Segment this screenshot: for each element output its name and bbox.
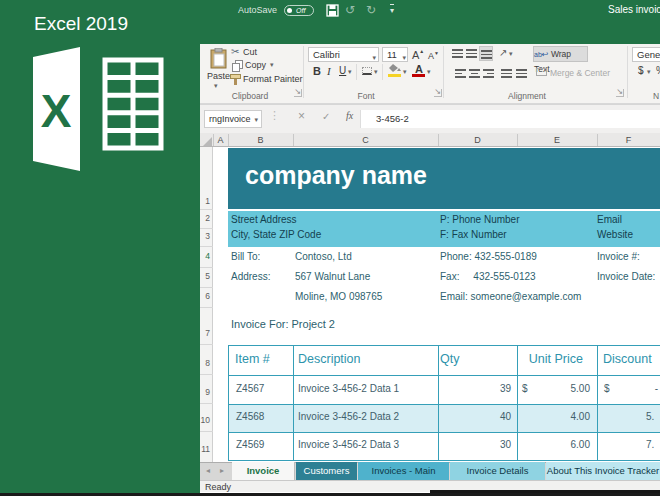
invoice-number-label[interactable]: Invoice #:: [597, 251, 640, 262]
redo-icon[interactable]: ↻: [366, 3, 376, 17]
save-icon[interactable]: [326, 4, 339, 17]
tab-nav-right-icon[interactable]: ▸: [220, 466, 224, 475]
copy-dropdown-icon[interactable]: ▾: [270, 61, 274, 69]
bold-button[interactable]: B: [313, 65, 321, 77]
table-header-unit-price[interactable]: Unit Price: [517, 352, 583, 366]
table-header-qty[interactable]: Qty: [440, 352, 459, 366]
merge-center-button[interactable]: Merge & Center: [550, 68, 610, 78]
table-header-item[interactable]: Item #: [235, 352, 270, 366]
number-format-select[interactable]: General: [632, 47, 660, 62]
sheet-tab-customers[interactable]: Customers: [296, 462, 357, 480]
row-header-6[interactable]: 6: [200, 291, 210, 301]
underline-button[interactable]: U: [339, 65, 346, 76]
website-label[interactable]: Website: [597, 229, 633, 240]
row-header-4[interactable]: 4: [200, 251, 210, 261]
wrap-text-button[interactable]: ab↩ Wrap Text: [533, 46, 588, 62]
column-header-a[interactable]: A: [213, 135, 228, 145]
bill-to-label[interactable]: Bill To:: [231, 251, 260, 262]
align-middle-icon[interactable]: [466, 49, 477, 58]
address-label[interactable]: Address:: [231, 271, 270, 282]
font-color-dropdown-icon[interactable]: ▾: [427, 68, 431, 76]
formula-input[interactable]: 3-456-2: [360, 110, 660, 128]
invoice-date-label[interactable]: Invoice Date:: [597, 271, 655, 282]
undo-icon[interactable]: ↺: [345, 3, 355, 17]
increase-font-icon[interactable]: A▲: [412, 48, 424, 61]
format-painter-button[interactable]: Format Painter: [243, 74, 303, 84]
bill-to-value[interactable]: Contoso, Ltd: [295, 251, 352, 262]
paste-button[interactable]: Paste: [207, 71, 230, 81]
table-row-description[interactable]: Invoice 3-456-2 Data 3: [298, 439, 399, 450]
phone-number-label[interactable]: P: Phone Number: [440, 214, 520, 225]
borders-dropdown-icon[interactable]: ▾: [374, 68, 378, 76]
table-row-item[interactable]: Z4569: [236, 439, 264, 450]
table-row-unit-price[interactable]: 4.00: [545, 411, 590, 422]
name-box[interactable]: rngInvoice ▾: [204, 110, 262, 128]
column-header-e[interactable]: E: [517, 135, 597, 145]
underline-dropdown-icon[interactable]: ▾: [348, 68, 352, 76]
table-row-discount[interactable]: 7.: [646, 439, 654, 450]
sheet-tab-about[interactable]: About This Invoice Tracker: [546, 462, 660, 480]
fx-icon[interactable]: fx: [346, 110, 353, 121]
row-header-11[interactable]: 11: [200, 444, 210, 454]
row-header-7[interactable]: 7: [200, 328, 210, 338]
company-name[interactable]: company name: [245, 161, 427, 190]
enter-icon[interactable]: ✓: [322, 111, 330, 122]
table-row-item[interactable]: Z4567: [236, 383, 264, 394]
alignment-dialog-launcher[interactable]: ↘: [616, 89, 624, 97]
decrease-font-icon[interactable]: A▼: [428, 50, 439, 61]
copy-button[interactable]: Copy: [245, 60, 266, 70]
table-row-item[interactable]: Z4568: [236, 411, 264, 422]
table-row-qty[interactable]: 39: [470, 383, 511, 394]
qat-dropdown-icon[interactable]: ▾: [390, 4, 394, 15]
row-header-10[interactable]: 10: [200, 415, 210, 425]
cancel-icon[interactable]: ×: [298, 109, 305, 123]
align-center-icon[interactable]: [469, 69, 480, 78]
font-dialog-launcher[interactable]: ↘: [434, 89, 442, 97]
street-address[interactable]: Street Address: [231, 214, 297, 225]
fax-value[interactable]: Fax: 432-555-0123: [440, 271, 536, 282]
table-row-unit-price[interactable]: 5.00: [545, 383, 590, 394]
table-header-description[interactable]: Description: [298, 352, 361, 366]
name-box-divider[interactable]: ⋮: [269, 109, 280, 122]
table-row-qty[interactable]: 30: [470, 439, 511, 450]
sheet-tab-invoice[interactable]: Invoice: [232, 462, 295, 480]
fill-color-icon[interactable]: [389, 64, 401, 72]
table-header-discount[interactable]: Discount: [603, 352, 652, 366]
table-row-qty[interactable]: 40: [470, 411, 511, 422]
phone-value[interactable]: Phone: 432-555-0189: [440, 251, 537, 262]
table-row-discount[interactable]: 5.: [646, 411, 654, 422]
column-header-d[interactable]: D: [438, 135, 517, 145]
sheet-tab-invoice-details[interactable]: Invoice Details: [450, 462, 545, 480]
column-header-c[interactable]: C: [293, 135, 438, 145]
address-line-1[interactable]: 567 Walnut Lane: [295, 271, 370, 282]
borders-icon[interactable]: [362, 67, 372, 75]
row-header-2[interactable]: 2: [200, 213, 210, 223]
email-value[interactable]: Email: someone@example.com: [440, 291, 581, 302]
column-header-f[interactable]: F: [597, 135, 660, 145]
row-header-5[interactable]: 5: [200, 271, 210, 281]
column-header-b[interactable]: B: [228, 135, 293, 145]
table-row-unit-price[interactable]: 6.00: [545, 439, 590, 450]
address-line-2[interactable]: Moline, MO 098765: [295, 291, 382, 302]
paste-dropdown-icon[interactable]: ▾: [214, 82, 218, 90]
cut-button[interactable]: Cut: [243, 47, 257, 57]
currency-icon[interactable]: $: [638, 65, 644, 76]
fill-color-dropdown-icon[interactable]: ▾: [403, 68, 407, 76]
font-size-select[interactable]: 11 ▾: [382, 47, 408, 62]
row-header-8[interactable]: 8: [200, 358, 210, 368]
font-name-select[interactable]: Calibri ▾: [308, 47, 379, 62]
align-right-icon[interactable]: [483, 69, 494, 78]
table-row-description[interactable]: Invoice 3-456-2 Data 2: [298, 411, 399, 422]
autosave-toggle[interactable]: Off: [284, 5, 314, 16]
table-row-description[interactable]: Invoice 3-456-2 Data 1: [298, 383, 399, 394]
row-header-9[interactable]: 9: [200, 387, 210, 397]
italic-button[interactable]: I: [327, 65, 331, 77]
row-header-1[interactable]: 1: [200, 196, 210, 206]
table-row-discount[interactable]: -: [618, 383, 658, 394]
orientation-icon[interactable]: ↗: [499, 47, 507, 58]
email-label[interactable]: Email: [597, 214, 622, 225]
currency-dropdown-icon[interactable]: ▾: [647, 68, 651, 76]
city-state-zip[interactable]: City, State ZIP Code: [231, 229, 321, 240]
invoice-for[interactable]: Invoice For: Project 2: [231, 318, 335, 330]
align-left-icon[interactable]: [455, 69, 466, 78]
